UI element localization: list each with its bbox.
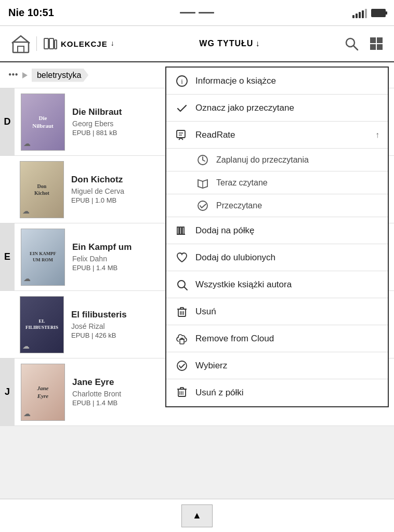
select-icon: [175, 360, 189, 372]
bottom-bar: ▲: [0, 499, 394, 532]
cloud-icon: ☁: [22, 207, 30, 216]
menu-item-remove-cloud[interactable]: Remove from Cloud: [166, 325, 388, 352]
menu-item-all-books-author[interactable]: Wszystkie książki autora: [166, 271, 388, 298]
search-button[interactable]: [339, 36, 364, 51]
context-menu: i Informacje o książce Oznacz jako przec…: [165, 66, 389, 407]
menu-item-remove-shelf[interactable]: Usuń z półki: [166, 379, 388, 406]
menu-item-delete[interactable]: Usuń: [166, 298, 388, 325]
menu-item-book-info[interactable]: i Informacje o książce: [166, 68, 388, 95]
clock-icon: [195, 154, 210, 166]
collections-label: KOLEKCJE: [61, 39, 108, 48]
book-cover: EIN KAMPFUM ROM ☁: [21, 229, 65, 286]
svg-rect-7: [370, 37, 376, 43]
book-cover: DonKichot ☁: [20, 161, 64, 218]
sort-button[interactable]: WG TYTUŁU ↓: [121, 39, 339, 48]
cloud-icon: ☁: [23, 409, 31, 418]
menu-item-readrate[interactable]: ReadRate ↑: [166, 122, 388, 149]
scroll-up-button[interactable]: ▲: [181, 504, 213, 527]
status-time: Nie 10:51: [8, 7, 54, 19]
book-cover: ELFILIBUSTERIS ☁: [20, 296, 64, 353]
shelf-icon: [175, 224, 189, 237]
svg-rect-0: [13, 42, 29, 52]
menu-item-add-favorites[interactable]: Dodaj do ulubionych: [166, 244, 388, 271]
menu-label: Informacje o książce: [195, 76, 379, 86]
cloud-trash-icon: [175, 332, 189, 345]
breadcrumb-separator: [22, 72, 28, 78]
svg-rect-13: [177, 130, 185, 138]
svg-rect-1: [18, 46, 24, 52]
menu-label: Remove from Cloud: [195, 334, 379, 344]
book-open-icon: [195, 177, 210, 189]
heart-icon: [175, 251, 189, 264]
breadcrumb-dots[interactable]: •••: [8, 70, 18, 81]
sort-arrow: ↓: [255, 39, 260, 48]
menu-item-mark-read[interactable]: Oznacz jako przeczytane: [166, 95, 388, 122]
svg-line-24: [185, 287, 188, 290]
menu-label: Dodaj na półkę: [195, 225, 379, 236]
svg-line-6: [353, 46, 358, 50]
menu-item-select[interactable]: Wybierz: [166, 352, 388, 379]
breadcrumb-category: beletrystyka: [32, 69, 88, 82]
info-icon: i: [175, 75, 189, 87]
menu-item-add-shelf[interactable]: Dodaj na półkę: [166, 217, 388, 244]
svg-rect-20: [180, 227, 181, 234]
svg-point-38: [177, 361, 187, 370]
menu-label: Przeczytane: [216, 201, 262, 210]
collections-button[interactable]: KOLEKCJE ↓: [36, 36, 121, 51]
search-books-icon: [175, 278, 189, 291]
grid-button[interactable]: [364, 36, 389, 51]
svg-text:i: i: [181, 77, 183, 85]
menu-label: ReadRate: [195, 130, 369, 140]
scroll-up-label: ▲: [192, 510, 202, 521]
menu-label: Dodaj do ulubionych: [195, 252, 379, 263]
svg-rect-39: [178, 389, 186, 396]
svg-rect-9: [370, 44, 376, 50]
status-right: [352, 8, 386, 18]
readrate-icon: [175, 129, 189, 141]
menu-label: Wszystkie książki autora: [195, 280, 379, 290]
sort-label: WG TYTUŁU: [199, 39, 253, 48]
check-circle-icon: [195, 200, 210, 211]
menu-label: Usuń: [195, 307, 379, 317]
menu-label: Teraz czytane: [216, 178, 268, 188]
menu-item-read-done[interactable]: Przeczytane: [166, 194, 388, 217]
menu-label: Zaplanuj do przeczytania: [216, 155, 309, 165]
toolbar: KOLEKCJE ↓ WG TYTUŁU ↓: [0, 26, 394, 62]
home-button[interactable]: [5, 28, 36, 59]
checkmark-icon: [175, 102, 189, 114]
cloud-icon: ☁: [23, 139, 31, 148]
home-icon: [11, 34, 31, 54]
cloud-icon: ☁: [23, 274, 31, 283]
svg-rect-4: [55, 40, 57, 49]
svg-rect-19: [177, 227, 179, 234]
menu-item-plan-read[interactable]: Zaplanuj do przeczytania: [166, 149, 388, 171]
menu-label: Wybierz: [195, 361, 379, 371]
book-letter: D: [0, 88, 15, 155]
book-cover: JaneEyre ☁: [21, 364, 65, 421]
menu-label: Usuń z półki: [195, 388, 379, 398]
collections-arrow: ↓: [111, 39, 114, 48]
menu-label: Oznacz jako przeczytane: [195, 103, 379, 113]
status-bar: Nie 10:51: [0, 0, 394, 26]
svg-rect-3: [49, 38, 54, 49]
collections-icon: [43, 36, 58, 51]
svg-rect-2: [44, 38, 48, 49]
trash-icon: [175, 305, 189, 318]
menu-item-currently-reading[interactable]: Teraz czytane: [166, 171, 388, 194]
battery-icon: [371, 9, 386, 17]
signal-bars: [352, 8, 367, 18]
remove-shelf-icon: [175, 387, 189, 399]
svg-point-18: [198, 201, 207, 210]
book-cover: DieNilbraut ☁: [21, 94, 65, 151]
svg-rect-21: [182, 227, 184, 234]
book-letter: J: [0, 358, 15, 425]
submenu-arrow: ↑: [375, 130, 379, 140]
search-icon: [344, 36, 359, 51]
book-letter: E: [0, 223, 15, 290]
grid-icon: [369, 36, 384, 51]
svg-rect-10: [377, 44, 383, 50]
cloud-icon: ☁: [22, 342, 30, 351]
svg-rect-8: [377, 37, 383, 43]
svg-rect-33: [180, 339, 184, 344]
